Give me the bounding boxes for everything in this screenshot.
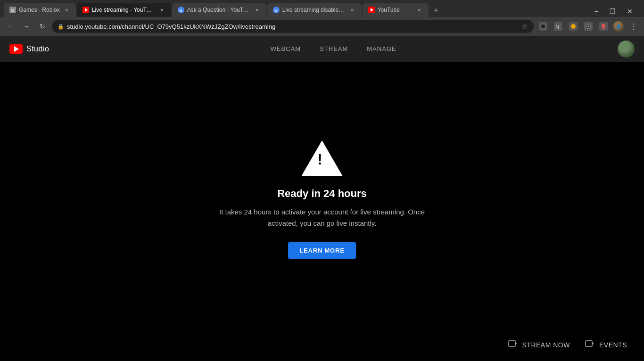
url-text: studio.youtube.com/channel/UC_O79vQ51kzU… bbox=[67, 23, 519, 30]
studio-text: Studio bbox=[26, 45, 49, 53]
tab-favicon-2 bbox=[83, 7, 89, 13]
maximize-button[interactable]: ❐ bbox=[606, 6, 619, 17]
svg-rect-22 bbox=[509, 341, 515, 346]
bookmark-icon[interactable]: ☆ bbox=[522, 23, 528, 30]
stream-now-label: STREAM NOW bbox=[522, 341, 570, 349]
svg-point-20 bbox=[602, 24, 605, 28]
nav-manage[interactable]: MANAGE bbox=[367, 45, 396, 52]
toolbar-icons: N bbox=[537, 20, 640, 33]
nav-stream[interactable]: STREAM bbox=[320, 45, 348, 52]
tab-live-streaming[interactable]: Live streaming - YouTube Stud ✕ bbox=[77, 3, 171, 17]
learn-more-button[interactable]: LEARN MORE bbox=[288, 242, 355, 259]
stream-now-action[interactable]: STREAM NOW bbox=[501, 335, 578, 354]
tab-bar: G Games - Roblox ✕ Live streaming - YouT… bbox=[0, 0, 644, 17]
window-controls: − ❐ ✕ bbox=[591, 6, 640, 17]
events-icon bbox=[585, 339, 594, 351]
svg-text:G: G bbox=[274, 8, 278, 13]
tab-close-2[interactable]: ✕ bbox=[158, 6, 165, 14]
warning-icon bbox=[301, 140, 343, 178]
youtube-studio-header: Studio WEBCAM STREAM MANAGE bbox=[0, 36, 644, 62]
tab-live-streaming-disabled[interactable]: G Live streaming disabled, for ho ✕ bbox=[267, 3, 362, 17]
tab-title-4: Live streaming disabled, for ho bbox=[282, 7, 346, 13]
ready-title: Ready in 24 hours bbox=[277, 188, 367, 200]
tab-close-4[interactable]: ✕ bbox=[348, 6, 356, 14]
play-triangle bbox=[14, 46, 19, 52]
yt-nav: WEBCAM STREAM MANAGE bbox=[271, 45, 396, 52]
user-avatar[interactable] bbox=[618, 41, 635, 57]
tab-close-3[interactable]: ✕ bbox=[253, 6, 261, 14]
svg-text:G: G bbox=[11, 8, 14, 13]
tab-games-roblox[interactable]: G Games - Roblox ✕ bbox=[4, 3, 76, 17]
ext-icon-4[interactable] bbox=[582, 20, 595, 33]
svg-rect-21 bbox=[602, 28, 605, 29]
tab-favicon-3: G bbox=[178, 7, 184, 13]
tab-title-3: Ask a Question - YouTube Con bbox=[187, 7, 250, 13]
svg-text:N: N bbox=[555, 24, 559, 30]
ext-icon-2[interactable]: N bbox=[552, 20, 565, 33]
tab-title-5: YouTube bbox=[378, 7, 413, 13]
tab-close-5[interactable]: ✕ bbox=[415, 6, 423, 14]
ready-description: It takes 24 hours to activate your accou… bbox=[209, 206, 435, 229]
tab-close-1[interactable]: ✕ bbox=[63, 6, 70, 14]
ext-icon-5[interactable] bbox=[597, 20, 610, 33]
address-bar-row: ← → ↻ 🔒 studio.youtube.com/channel/UC_O7… bbox=[0, 17, 644, 36]
warning-triangle bbox=[301, 140, 343, 176]
address-bar[interactable]: 🔒 studio.youtube.com/channel/UC_O79vQ51k… bbox=[52, 20, 534, 33]
tab-youtube[interactable]: YouTube ✕ bbox=[363, 3, 429, 17]
tab-ask-question[interactable]: G Ask a Question - YouTube Con ✕ bbox=[172, 3, 266, 17]
browser-chrome: G Games - Roblox ✕ Live streaming - YouT… bbox=[0, 0, 644, 36]
menu-button[interactable]: ⋮ bbox=[627, 20, 640, 33]
svg-point-18 bbox=[587, 25, 589, 27]
avatar-image bbox=[618, 41, 635, 57]
main-content: Ready in 24 hours It takes 24 hours to a… bbox=[0, 62, 644, 336]
events-action[interactable]: EVENTS bbox=[578, 335, 635, 354]
ext-icon-3[interactable] bbox=[567, 20, 580, 33]
refresh-button[interactable]: ↻ bbox=[36, 20, 49, 33]
svg-rect-23 bbox=[586, 341, 592, 346]
nav-webcam[interactable]: WEBCAM bbox=[271, 45, 301, 52]
forward-button[interactable]: → bbox=[20, 20, 33, 33]
yt-studio-logo[interactable]: Studio bbox=[9, 44, 49, 54]
new-tab-button[interactable]: + bbox=[429, 4, 443, 17]
youtube-play-icon bbox=[9, 44, 23, 54]
lock-icon: 🔒 bbox=[58, 24, 64, 30]
tab-title-1: Games - Roblox bbox=[19, 7, 60, 13]
back-button[interactable]: ← bbox=[4, 20, 17, 33]
tab-title-2: Live streaming - YouTube Stud bbox=[92, 7, 155, 13]
close-button[interactable]: ✕ bbox=[623, 6, 636, 17]
svg-point-15 bbox=[571, 24, 576, 29]
bottom-bar: STREAM NOW EVENTS bbox=[491, 328, 644, 361]
svg-point-11 bbox=[541, 24, 545, 29]
stream-now-icon bbox=[508, 339, 518, 351]
profile-button[interactable]: 👤 bbox=[612, 20, 625, 33]
ext-icon-1[interactable] bbox=[537, 20, 550, 33]
tab-favicon-5 bbox=[368, 7, 375, 13]
svg-text:G: G bbox=[179, 8, 182, 13]
tab-favicon-1: G bbox=[9, 7, 16, 13]
events-label: EVENTS bbox=[599, 341, 627, 349]
minimize-button[interactable]: − bbox=[591, 6, 602, 17]
tab-favicon-4: G bbox=[273, 7, 280, 13]
